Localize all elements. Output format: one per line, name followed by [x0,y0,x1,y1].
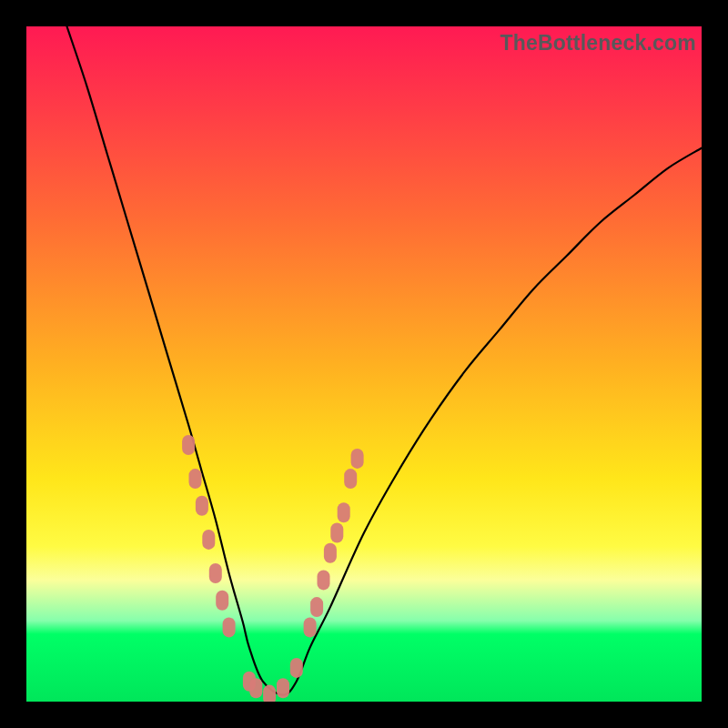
plot-area: TheBottleneck.com [26,26,702,702]
marker-point [338,502,350,522]
marker-point [330,523,343,543]
chart-frame: TheBottleneck.com [0,0,728,728]
marker-cluster [182,435,364,702]
marker-point [290,658,303,678]
marker-point [196,496,208,516]
marker-point [223,617,236,637]
marker-point [189,469,202,489]
marker-point [202,530,215,550]
marker-point [310,597,323,617]
marker-point [277,678,289,698]
marker-point [304,617,317,637]
marker-point [209,563,222,583]
marker-point [344,469,357,489]
marker-point [263,685,276,702]
marker-point [351,449,364,469]
chart-svg [26,26,702,702]
marker-point [249,678,262,698]
marker-point [182,435,195,455]
marker-point [324,543,337,563]
bottleneck-curve [67,26,703,695]
marker-point [216,591,228,611]
marker-point [318,570,330,590]
